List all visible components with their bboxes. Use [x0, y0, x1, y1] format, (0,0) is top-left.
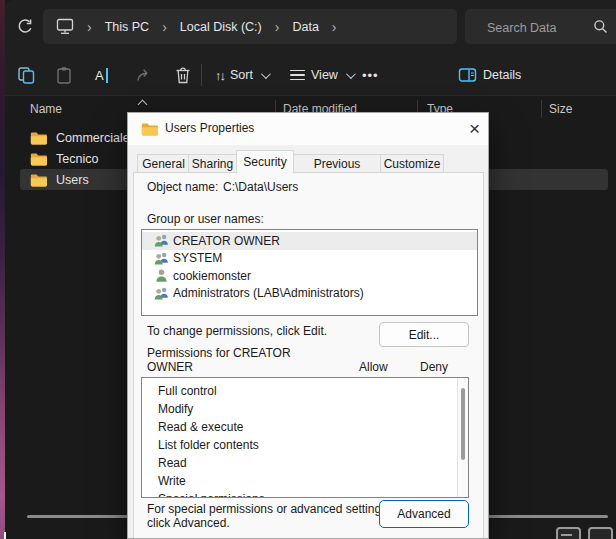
user-icon: [154, 268, 169, 283]
status-bar-icons-view-icon[interactable]: [588, 527, 613, 539]
column-divider[interactable]: [541, 100, 542, 118]
tab-general[interactable]: General: [137, 154, 190, 174]
permission-row-read[interactable]: Read: [142, 454, 468, 472]
chevron-down-icon: [346, 69, 356, 79]
search-icon[interactable]: [593, 19, 608, 34]
more-options-button[interactable]: •••: [360, 61, 381, 89]
address-bar[interactable]: › This PC › Local Disk (C:) › Data ›: [43, 9, 457, 44]
folder-icon: [30, 152, 47, 166]
details-pane-icon: [458, 67, 477, 83]
permissions-scrollbar[interactable]: [457, 378, 468, 497]
edit-hint-text: To change permissions, click Edit.: [147, 324, 327, 338]
group-or-user-names-list: CREATOR OWNER SYSTEM: [141, 229, 478, 316]
permission-row-write[interactable]: Write: [142, 472, 468, 490]
group-or-user-names-label: Group or user names:: [147, 212, 264, 226]
group-icon: [154, 233, 169, 248]
screen: › This PC › Local Disk (C:) › Data ›: [0, 0, 616, 539]
tab-sharing[interactable]: Sharing: [188, 154, 237, 174]
permissions-list: Full control Modify Read & execute List …: [141, 377, 469, 498]
sort-button[interactable]: ↑↓ Sort: [213, 61, 270, 89]
users-properties-dialog: Users Properties × General Sharing Secur…: [127, 112, 489, 539]
sort-label: Sort: [230, 68, 253, 82]
principal-name: SYSTEM: [173, 251, 222, 265]
tab-security[interactable]: Security: [236, 150, 294, 174]
permissions-for-label-line1: Permissions for CREATOR: [147, 346, 291, 360]
object-name-value: C:\Data\Users: [223, 180, 298, 194]
column-header-name[interactable]: Name: [30, 96, 62, 122]
permission-row-special-permissions[interactable]: Special permissions: [142, 490, 468, 498]
refresh-icon[interactable]: [15, 15, 39, 39]
view-label: View: [311, 68, 338, 82]
details-pane-button[interactable]: Details: [456, 61, 523, 89]
toolbar-divider: [201, 64, 202, 86]
breadcrumb-chevron-icon[interactable]: ›: [332, 20, 337, 34]
permission-row-read-execute[interactable]: Read & execute: [142, 418, 468, 436]
permission-row-modify[interactable]: Modify: [142, 400, 468, 418]
dialog-title-bar: Users Properties ×: [128, 113, 488, 145]
scrollbar-thumb[interactable]: [461, 388, 465, 460]
breadcrumb-chevron-icon[interactable]: ›: [275, 20, 280, 34]
advanced-hint-line2: click Advanced.: [147, 516, 230, 530]
tab-customize[interactable]: Customize: [380, 154, 444, 174]
folder-icon: [30, 131, 47, 145]
principal-row-system[interactable]: SYSTEM: [142, 250, 477, 268]
share-icon[interactable]: [133, 61, 155, 89]
group-icon: [154, 286, 169, 301]
permissions-for-label-line2: OWNER: [147, 360, 193, 374]
this-pc-icon: [56, 18, 74, 35]
edit-button[interactable]: Edit...: [379, 322, 469, 347]
folder-icon: [141, 122, 158, 136]
principal-name: Administrators (LAB\Administrators): [173, 286, 364, 300]
breadcrumb-data[interactable]: Data: [292, 20, 318, 34]
advanced-hint-line1: For special permissions or advanced sett…: [147, 502, 390, 516]
group-icon: [154, 251, 169, 266]
principal-name: CREATOR OWNER: [173, 234, 280, 248]
file-name: Tecnico: [56, 152, 98, 166]
navigation-bar: › This PC › Local Disk (C:) › Data ›: [5, 0, 616, 55]
allow-column-label: Allow: [359, 360, 388, 374]
search-box[interactable]: [465, 9, 616, 44]
copy-icon[interactable]: [15, 61, 38, 89]
dialog-title: Users Properties: [165, 113, 254, 144]
column-header-size[interactable]: Size: [549, 96, 572, 122]
chevron-down-icon: [261, 69, 271, 79]
status-bar-details-view-icon[interactable]: [556, 527, 581, 539]
view-button[interactable]: View: [288, 61, 355, 89]
permission-row-full-control[interactable]: Full control: [142, 382, 468, 400]
delete-icon[interactable]: [172, 61, 194, 89]
folder-icon: [30, 173, 47, 187]
principal-name: cookiemonster: [173, 269, 251, 283]
deny-column-label: Deny: [420, 360, 448, 374]
paste-icon[interactable]: [53, 61, 75, 89]
text-cursor-artifact: [4, 532, 6, 539]
ellipsis-icon: •••: [362, 68, 379, 83]
principal-row-administrators[interactable]: Administrators (LAB\Administrators): [142, 285, 477, 303]
advanced-button[interactable]: Advanced: [379, 500, 469, 528]
object-name-label: Object name:: [147, 180, 218, 194]
file-name: Commerciale: [56, 131, 130, 145]
search-input[interactable]: [485, 9, 589, 46]
tab-previous-versions[interactable]: Previous Versions: [292, 154, 382, 174]
principal-row-creator-owner[interactable]: CREATOR OWNER: [142, 232, 477, 250]
breadcrumb-chevron-icon[interactable]: ›: [162, 20, 167, 34]
principal-row-cookiemonster[interactable]: cookiemonster: [142, 267, 477, 285]
details-label: Details: [483, 68, 521, 82]
sort-arrows-icon: ↑↓: [215, 68, 224, 83]
breadcrumb-local-disk-c[interactable]: Local Disk (C:): [180, 20, 262, 34]
command-toolbar: A ↑↓ Sort View: [5, 55, 616, 96]
breadcrumb-chevron-icon[interactable]: ›: [87, 20, 92, 34]
file-name: Users: [56, 173, 89, 187]
close-icon[interactable]: ×: [462, 116, 487, 141]
breadcrumb-this-pc[interactable]: This PC: [105, 20, 149, 34]
view-list-icon: [290, 67, 305, 84]
permission-row-list-folder-contents[interactable]: List folder contents: [142, 436, 468, 454]
rename-icon[interactable]: A: [93, 61, 110, 89]
